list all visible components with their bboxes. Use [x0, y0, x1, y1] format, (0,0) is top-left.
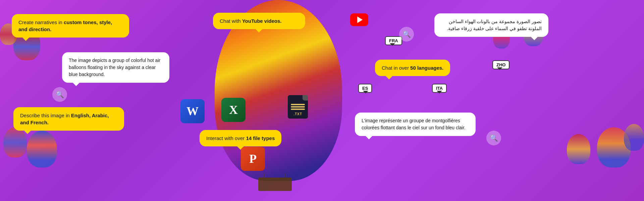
image-depicts-bubble: The image depicts a group of colorful ho… — [62, 52, 169, 83]
describe-image-text: Describe this image in — [20, 113, 71, 118]
background: Create narratives in custom tones, style… — [0, 0, 644, 201]
languages-bubble: Chat in over 50 languages. — [375, 60, 450, 76]
search-icon-right2: 🔍 — [486, 131, 501, 145]
arabic-bubble: تصور الصورة مجموعة من بالونات الهواء الس… — [434, 13, 548, 37]
excel-icon: X — [221, 98, 246, 122]
languages-text-bold: 50 languages. — [410, 65, 443, 71]
file-types-text-plain: Interact with over — [206, 135, 246, 141]
balloon-decor-6 — [624, 124, 644, 151]
youtube-text-bold: YouTube videos. — [242, 18, 282, 24]
youtube-text-plain: Chat with — [220, 18, 242, 24]
french-bubble: L'image représente un groupe de montgolf… — [355, 113, 476, 136]
create-narratives-bubble: Create narratives in custom tones, style… — [12, 14, 129, 38]
es-badge: ES — [358, 84, 372, 93]
describe-image-bubble: Describe this image in English, Arabic, … — [13, 107, 124, 131]
zho-badge: ZHO — [492, 60, 509, 69]
arabic-text: تصور الصورة مجموعة من بالونات الهواء الس… — [447, 19, 542, 31]
file-types-text-bold: 14 file types — [246, 135, 275, 141]
search-icon-right1: 🔍 — [399, 27, 414, 42]
file-types-bubble: Interact with over 14 file types — [200, 130, 281, 146]
balloon-decor-7 — [567, 134, 590, 164]
fra-badge: FRA — [385, 36, 402, 45]
word-icon: W — [180, 99, 205, 123]
txt-icon: .TXT — [288, 95, 308, 119]
youtube-icon — [350, 13, 368, 26]
powerpoint-icon: P — [241, 147, 265, 171]
image-depicts-text: The image depicts a group of colorful ho… — [69, 58, 160, 77]
search-icon-left: 🔍 — [52, 87, 67, 102]
ita-badge: ITA — [432, 84, 447, 93]
youtube-bubble: Chat with YouTube videos. — [213, 13, 305, 29]
create-narratives-text: Create narratives in — [18, 19, 64, 25]
languages-text-plain: Chat in over — [382, 65, 410, 71]
french-text: L'image représente un groupe de montgolf… — [362, 118, 466, 130]
